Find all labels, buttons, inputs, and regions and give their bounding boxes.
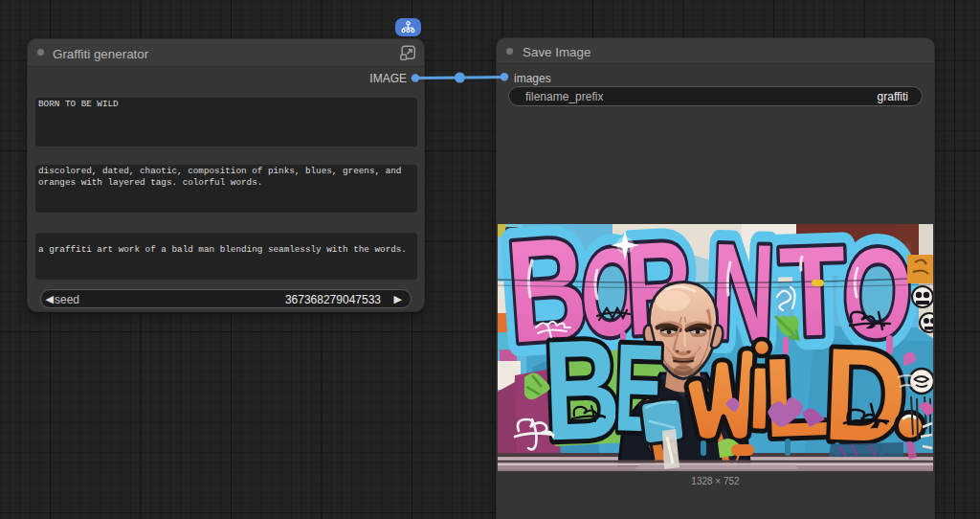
svg-text:B: B [542, 309, 623, 471]
svg-text:L: L [762, 333, 833, 460]
